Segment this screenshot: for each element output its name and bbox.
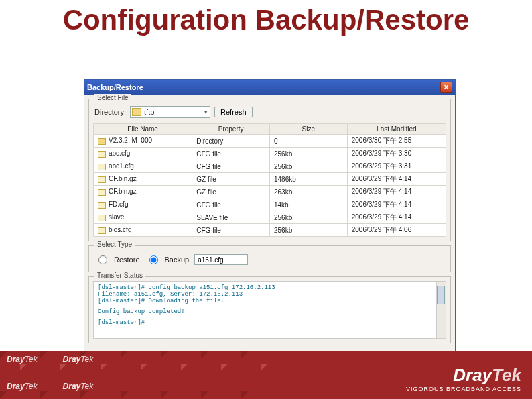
restore-label: Restore xyxy=(114,255,140,264)
directory-row: Directory: tftp ▼ Refresh xyxy=(94,106,445,118)
footer-band: DrayTek DrayTek DrayTek DrayTek DrayTek … xyxy=(0,351,532,399)
backup-label: Backup xyxy=(165,255,190,264)
transfer-status-group: Transfer Status [dsl-master]# config bac… xyxy=(88,276,451,343)
restore-radio[interactable] xyxy=(98,255,107,264)
file-icon xyxy=(98,227,106,234)
brand-logos-row2: DrayTek DrayTek xyxy=(7,382,93,391)
scrollbar[interactable] xyxy=(436,282,446,338)
table-row[interactable]: slaveSLAVE file256kb2006/3/29 下午 4:14 xyxy=(94,211,446,224)
folder-icon xyxy=(132,108,141,116)
slide-title: Configuration Backup/Restore xyxy=(0,0,532,38)
terminal-output[interactable]: [dsl-master]# config backup a151.cfg 172… xyxy=(93,281,446,339)
select-type-group: Select Type Restore Backup xyxy=(88,245,451,272)
table-row[interactable]: bios.cfgCFG file256kb2006/3/29 下午 4:06 xyxy=(94,224,446,237)
term-line: Filename: a151.cfg, Server: 172.16.2.113 xyxy=(98,291,442,298)
scroll-thumb[interactable] xyxy=(437,286,445,304)
close-icon[interactable]: × xyxy=(440,82,452,93)
col-filename[interactable]: File Name xyxy=(94,124,192,135)
term-line: [dsl-master]# xyxy=(98,319,442,326)
col-modified[interactable]: Last Modified xyxy=(347,124,446,135)
window-title: Backup/Restore xyxy=(87,83,143,91)
table-row[interactable]: abc.cfgCFG file256kb2006/3/29 下午 3:30 xyxy=(94,148,446,160)
file-icon xyxy=(98,202,106,209)
directory-value: tftp xyxy=(144,108,154,116)
table-row[interactable]: abc1.cfgCFG file256kb2006/3/29 下午 3:31 xyxy=(94,160,446,173)
window-titlebar: Backup/Restore × xyxy=(84,80,455,95)
table-row[interactable]: FD.cfgCFG file14kb2006/3/29 下午 4:14 xyxy=(94,198,446,211)
col-property[interactable]: Property xyxy=(192,124,270,135)
directory-label: Directory: xyxy=(94,108,126,116)
chevron-down-icon: ▼ xyxy=(203,109,208,115)
term-line: Config backup completed! xyxy=(98,308,442,315)
table-row[interactable]: CF.bin.gzGZ file263kb2006/3/29 下午 4:14 xyxy=(94,186,446,198)
term-line: [dsl-master]# config backup a151.cfg 172… xyxy=(98,284,442,291)
select-file-legend: Select File xyxy=(94,94,131,101)
file-icon xyxy=(98,164,106,170)
col-size[interactable]: Size xyxy=(269,124,347,135)
backup-filename-input[interactable] xyxy=(194,254,248,265)
term-line: [dsl-master]# Downloading the file... xyxy=(98,298,442,304)
file-icon xyxy=(98,151,106,158)
select-file-group: Select File Directory: tftp ▼ Refresh Fi… xyxy=(88,99,451,241)
file-icon xyxy=(98,189,106,196)
table-row[interactable]: V2.3.2_M_000Directory02006/3/30 下午 2:55 xyxy=(94,135,446,148)
backup-radio[interactable] xyxy=(149,255,158,264)
folder-icon xyxy=(98,138,106,145)
refresh-button[interactable]: Refresh xyxy=(214,107,253,117)
table-row[interactable]: CF.bin.gzGZ file1486kb2006/3/29 下午 4:14 xyxy=(94,173,446,186)
transfer-status-legend: Transfer Status xyxy=(94,272,145,279)
file-icon xyxy=(98,176,106,183)
file-table: File Name Property Size Last Modified V2… xyxy=(93,123,446,237)
backup-restore-window: Backup/Restore × Select File Directory: … xyxy=(84,79,456,367)
file-icon xyxy=(98,215,106,221)
brand-logos-row1: DrayTek DrayTek xyxy=(7,355,93,364)
directory-select[interactable]: tftp ▼ xyxy=(130,106,210,118)
select-type-legend: Select Type xyxy=(94,241,135,248)
brand-tagline: VIGOROUS BROADBAND ACCESS xyxy=(406,386,521,392)
big-brand-logo: DrayTek VIGOROUS BROADBAND ACCESS xyxy=(406,365,521,392)
